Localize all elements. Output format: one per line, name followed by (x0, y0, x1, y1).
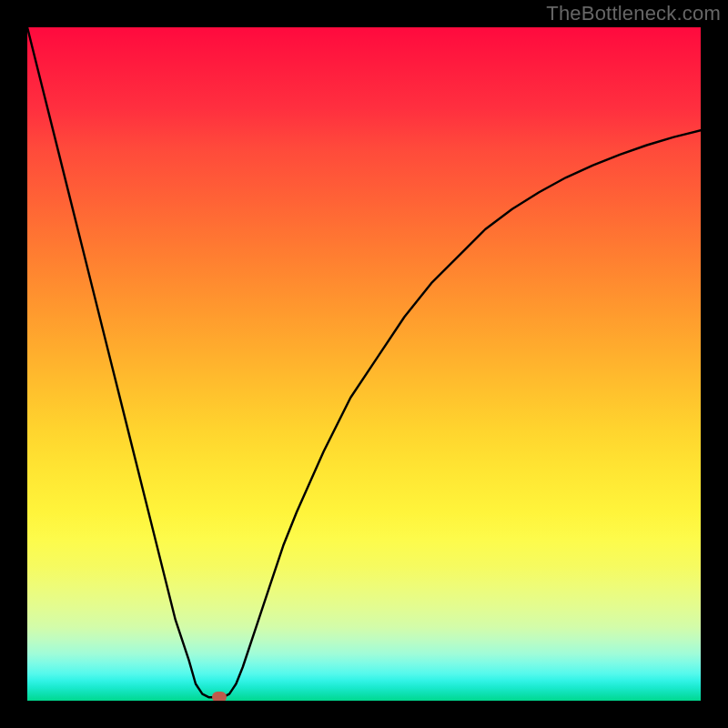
plot-area (27, 27, 701, 701)
minimum-marker (212, 692, 227, 701)
curve-svg (27, 27, 701, 701)
watermark-text: TheBottleneck.com (546, 2, 721, 25)
chart-frame: TheBottleneck.com (0, 0, 728, 728)
curve-path (27, 27, 701, 697)
